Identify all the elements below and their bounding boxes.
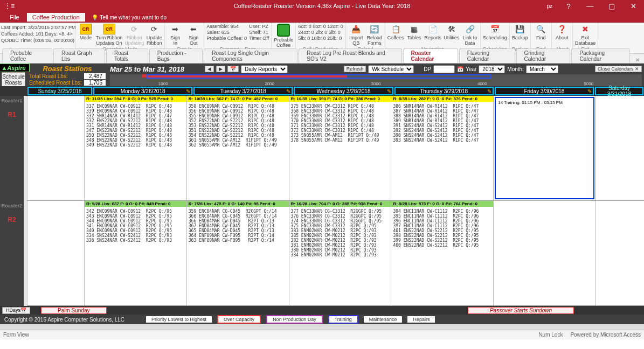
palm-sunday-badge: Palm Sunday xyxy=(41,307,106,314)
calendar2-icon[interactable]: 📅 xyxy=(457,66,463,72)
year-select[interactable]: 2018 xyxy=(479,65,505,73)
r1-sat[interactable] xyxy=(595,96,644,200)
menu-coffee-production[interactable]: Coffee Production xyxy=(27,13,85,22)
r1-sun[interactable] xyxy=(27,96,84,200)
dp-input[interactable] xyxy=(433,65,455,73)
maximize-icon[interactable]: ▢ xyxy=(601,2,622,10)
backup-button[interactable]: 💾Backup xyxy=(512,24,528,40)
tab-roast-log-pre[interactable]: Roast Log Pre Roast Blends and SO's V2 xyxy=(299,48,401,63)
tab-grinding-calendar[interactable]: Grinding Calendar xyxy=(516,48,571,63)
day-header-mon[interactable]: Monday 3/26/2018✎ xyxy=(93,87,192,95)
r2-sun[interactable] xyxy=(27,201,84,305)
legend-maintenance: Maintenance xyxy=(364,316,403,323)
tab-production-bags[interactable]: Production - Bags xyxy=(149,48,203,63)
coffees-added: Coffees Added: 101 Days: <8, 4> xyxy=(1,31,74,37)
month-select[interactable]: March xyxy=(526,65,558,73)
pencil-icon[interactable]: ✎ xyxy=(286,88,290,94)
refresh-button[interactable]: Refresh xyxy=(344,66,366,72)
tab-roast-totals[interactable]: Roast Totals xyxy=(106,48,148,63)
pencil-icon[interactable]: ✎ xyxy=(587,88,592,94)
app-menu-icon[interactable]: ⋮≡ xyxy=(0,2,15,10)
holiday-row: HDays 📅 Palm Sunday Passover Starts Sund… xyxy=(0,306,644,315)
day-header-wed[interactable]: Wednesday 3/28/2018✎ xyxy=(294,87,393,95)
r2-wed[interactable]: R: 10/28 Lbs: 704 F: 0 G: 285 P#: 938 Pe… xyxy=(289,201,391,305)
r1-mon[interactable]: R: 11/35 Lbs: 394 F: 0 G: 0 P#: 525 Pend… xyxy=(84,96,186,200)
day-header-fri[interactable]: Friday 3/30/2018✎ xyxy=(495,87,594,95)
training-event[interactable]: 14 Training: 01:15 PM - 03:15 PM xyxy=(495,97,594,199)
menu-file[interactable]: File xyxy=(4,13,25,22)
daily-reports-select[interactable]: Daily Reports xyxy=(241,65,288,73)
legend-row: Copyright © 2015 Aspire Computer Solutio… xyxy=(0,315,644,324)
turn-ribbon-button[interactable]: CRTurn Ribbon Updates On xyxy=(96,24,122,46)
calendar-grid: Roaster1R1 Roaster2R2 R: 11/35 Lbs: 394 … xyxy=(0,96,644,306)
import-qb-button[interactable]: 📥Import QB xyxy=(348,24,364,46)
titlebar: ⋮≡ CoffeeRoaster Roaster Version 4.36x A… xyxy=(0,0,644,12)
roaster2-row: R: 9/28 Lbs: 637 F: 0 G: 0 P#: 849 Pend:… xyxy=(27,201,644,306)
r2-mon[interactable]: R: 9/28 Lbs: 637 F: 0 G: 0 P#: 849 Pend:… xyxy=(84,201,186,305)
tab-roaster-calendar[interactable]: Roaster Calendar xyxy=(403,48,458,63)
probable-coffee-button[interactable]: Probable Coffee xyxy=(274,24,293,48)
tab-roast-log-so[interactable]: Roast Log Single Origin Components xyxy=(204,48,297,63)
tab-packaging-calendar[interactable]: Packaging Calendar xyxy=(571,48,630,63)
exit-button[interactable]: ✖Exit Database xyxy=(575,24,596,46)
sign-out-button[interactable]: ⬅Sign Out xyxy=(185,24,202,46)
last-import: Last Import: 3/23/2015 2:07:57 PM xyxy=(1,24,74,31)
capacity-ruler: 10002000300040005000 xyxy=(110,74,642,86)
find-button[interactable]: 🔍Find xyxy=(533,24,549,40)
r1-wed[interactable]: R: 10/35 Lbs: 390 F: 74 G: 0 P#: 386 Pen… xyxy=(289,96,391,200)
pencil-icon[interactable]: ✎ xyxy=(387,88,391,94)
year-label: Year xyxy=(466,66,476,72)
nav-coffees-button[interactable]: 📋Coffees xyxy=(387,24,404,40)
roaster2-id: R2 xyxy=(8,211,16,224)
qodbc-time: QODBC Time: (0:09:05, 00:00:00) xyxy=(1,37,74,44)
pencil-icon[interactable]: ✎ xyxy=(186,88,190,94)
next-button[interactable]: ▶ xyxy=(216,66,225,72)
legend-priority: Priority Lowest to Highest xyxy=(146,316,212,323)
sign-in-button[interactable]: ➡Sign In xyxy=(167,24,183,46)
prev-button[interactable]: ◀ xyxy=(205,66,214,72)
legend-training: Training xyxy=(328,315,358,324)
scheduling-button[interactable]: 📅Scheduling xyxy=(483,24,507,40)
day-header-sat[interactable]: Saturday 3/31/2018 xyxy=(595,87,643,95)
r2-thu[interactable]: R: 8/28 Lbs: 573 F: 0 G: 0 P#: 764 Pend:… xyxy=(391,201,493,305)
r2-sat[interactable] xyxy=(595,201,644,305)
legend-repairs: Repairs xyxy=(407,316,435,323)
nav-reports-button[interactable]: 📄Reports xyxy=(425,24,442,40)
day-header-tue[interactable]: Tuesday 3/27/2018✎ xyxy=(193,87,293,95)
close-calendars-button[interactable]: Close Calendars ✕ xyxy=(595,66,642,72)
tell-me[interactable]: Tell me what you want to do xyxy=(87,15,167,20)
tab-roast-graph[interactable]: Roast Graph Lbs xyxy=(53,48,105,63)
document-tabs: Probable Coffee Roast Graph Lbs Roast To… xyxy=(0,54,644,64)
roaster1-id: R1 xyxy=(8,106,16,118)
update-ribbon-button[interactable]: ⟳Update Ribbon xyxy=(146,24,162,46)
hdays-button[interactable]: HDays 📅 xyxy=(2,307,30,314)
schedule-roasts-button[interactable]: Schedule Roasts xyxy=(2,72,25,87)
close-tab-icon[interactable]: ✕ xyxy=(631,57,644,63)
calendar-icon[interactable]: 📅 xyxy=(227,66,239,72)
help-icon[interactable]: ? xyxy=(558,2,579,10)
r2-tue[interactable]: R: 7/28 Lbs: 475 F: 0 G: 140 P#: 95 Pend… xyxy=(186,201,289,305)
copyright: Copyright © 2015 Aspire Computer Solutio… xyxy=(4,317,124,323)
total-roast-label: Total Roast Lbs: xyxy=(29,73,68,79)
wk-schedule-select[interactable]: Wk Schedule xyxy=(368,65,414,73)
tab-flavoring-calendar[interactable]: Flavoring Calendar xyxy=(459,48,515,63)
day-header-sun[interactable]: Sunday 3/25/2018 xyxy=(27,87,92,95)
day-header-thu[interactable]: Thursday 3/29/2018✎ xyxy=(394,87,494,95)
r1-thu[interactable]: R: 8/35 Lbs: 282 F: 0 G: 0 P#: 376 Pend:… xyxy=(391,96,493,200)
r1-fri[interactable]: 14 Training: 01:15 PM - 03:15 PM xyxy=(493,96,595,200)
reload-forms-button[interactable]: 🔄Reload Forms xyxy=(366,24,383,46)
date-range: Mar 25 to Mar 31, 2018 xyxy=(110,65,184,73)
minimize-icon[interactable]: — xyxy=(579,2,601,10)
nav-link-button[interactable]: 🔗Link to Data xyxy=(462,24,478,46)
tab-probable-coffee[interactable]: Probable Coffee xyxy=(2,48,52,63)
day-header-row: Sunday 3/25/2018 Monday 3/26/2018✎ Tuesd… xyxy=(0,86,644,96)
mode-button[interactable]: CRMode xyxy=(78,24,94,40)
close-icon[interactable]: ✕ xyxy=(622,2,644,10)
nav-tables-button[interactable]: ▦Tables xyxy=(406,24,423,40)
r1-tue[interactable]: R: 10/35 Lbs: 362 F: 74 G: 0 P#: 482 Pen… xyxy=(186,96,289,200)
roast-stations-title: Roast Stations xyxy=(43,65,92,73)
pencil-icon[interactable]: ✎ xyxy=(487,88,491,94)
r2-fri[interactable] xyxy=(493,201,595,305)
nav-utilities-button[interactable]: 🛠Utilities xyxy=(444,24,460,40)
about-button[interactable]: ❓About xyxy=(554,24,570,40)
